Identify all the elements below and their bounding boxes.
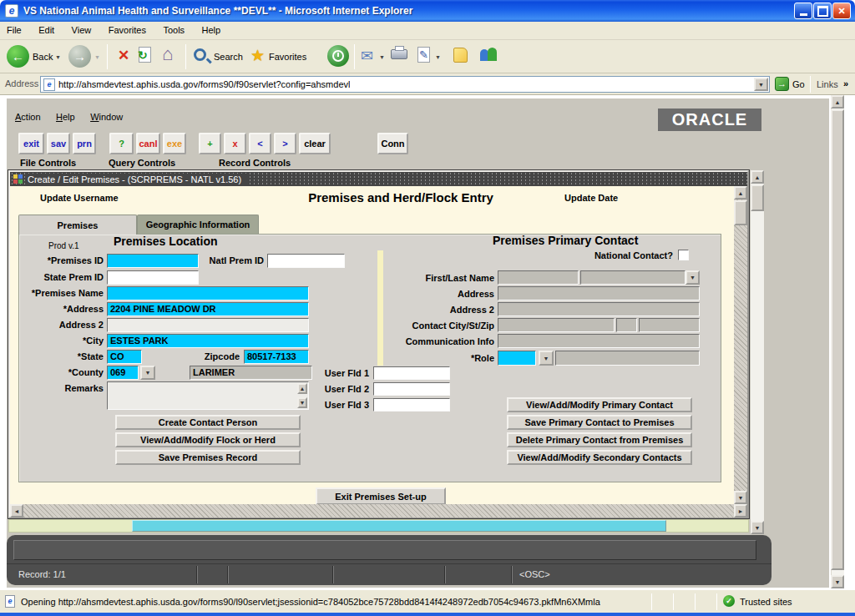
page-vscroll-thumb[interactable] — [831, 109, 844, 570]
contact-zip-field[interactable] — [639, 318, 700, 332]
edit-dropdown-icon[interactable]: ▼ — [435, 54, 441, 60]
record-previous-button[interactable]: < — [249, 133, 271, 154]
zipcode-field[interactable]: 80517-7133 — [244, 350, 309, 364]
user-fld-1-field[interactable] — [373, 366, 450, 380]
exit-premises-setup-button[interactable]: Exit Premises Set-up — [316, 487, 446, 505]
minimize-button[interactable] — [794, 3, 812, 19]
menu-view[interactable]: View — [65, 23, 99, 38]
tab-geographic-information[interactable]: Geographic Information — [137, 215, 259, 234]
menu-file[interactable]: File — [0, 23, 28, 38]
premises-name-field[interactable] — [107, 286, 309, 300]
premises-id-field[interactable] — [107, 254, 199, 268]
state-prem-id-field[interactable] — [107, 270, 199, 285]
form-vscroll-thumb[interactable] — [734, 200, 747, 225]
links-chevron-icon[interactable]: » — [843, 78, 848, 88]
page-scroll-up-button[interactable]: ▲ — [831, 95, 844, 109]
search-button[interactable] — [194, 48, 215, 64]
page-scroll-down-button[interactable]: ▼ — [831, 575, 844, 588]
refresh-button[interactable]: ↻ — [139, 47, 151, 63]
national-contact-checkbox[interactable] — [678, 250, 689, 260]
form-scroll-right-button[interactable]: ► — [734, 504, 747, 518]
conn-button[interactable]: Conn — [377, 133, 408, 154]
go-label[interactable]: Go — [792, 79, 805, 89]
applet-menu-help[interactable]: Help — [56, 112, 75, 122]
view-add-modify-primary-contact-button[interactable]: View/Add/Modify Primary Contact — [507, 397, 692, 412]
restore-button[interactable] — [813, 3, 832, 19]
role-dropdown-button[interactable]: ▼ — [539, 351, 554, 366]
contact-address-field[interactable] — [498, 286, 700, 300]
county-field[interactable]: 069 — [107, 366, 139, 380]
home-button[interactable]: ⌂ — [162, 43, 173, 65]
stop-button[interactable]: ✕ — [114, 47, 133, 65]
county-dropdown-button[interactable]: ▼ — [140, 366, 155, 380]
applet-scroll-down-button[interactable]: ▼ — [751, 521, 764, 534]
applet-vertical-scrollbar[interactable] — [751, 170, 764, 534]
applet-vscroll-thumb[interactable] — [751, 184, 764, 211]
address-field[interactable]: 2204 PINE MEADOW DR — [107, 302, 309, 316]
user-fld-2-field[interactable] — [373, 382, 450, 396]
edit-button[interactable]: ✎ — [417, 47, 430, 63]
remarks-field[interactable] — [107, 381, 309, 410]
print-form-button[interactable]: prn — [73, 133, 96, 154]
record-delete-button[interactable]: x — [224, 133, 246, 154]
forward-button[interactable]: → — [68, 45, 91, 68]
exit-button[interactable]: exit — [18, 133, 44, 154]
save-premises-record-button[interactable]: Save Premises Record — [115, 450, 301, 465]
messenger-button[interactable] — [480, 47, 500, 63]
links-label[interactable]: Links — [817, 79, 838, 89]
remarks-scroll-up-button[interactable]: ▲ — [297, 383, 307, 394]
role-field[interactable] — [498, 351, 536, 366]
favorites-button[interactable]: ★ — [250, 46, 265, 65]
record-clear-button[interactable]: clear — [299, 133, 331, 154]
record-insert-button[interactable]: + — [199, 133, 221, 154]
applet-scroll-up-button[interactable]: ▲ — [751, 170, 764, 184]
form-scroll-down-button[interactable]: ▼ — [734, 491, 747, 504]
applet-hscroll-thumb[interactable] — [132, 520, 666, 532]
address-input[interactable]: e http://ahsmdevtest.aphis.usda.gov/form… — [40, 76, 770, 93]
menu-help[interactable]: Help — [195, 23, 228, 38]
natl-prem-id-field[interactable] — [267, 254, 345, 268]
remarks-scroll-down-button[interactable]: ▼ — [297, 397, 307, 408]
query-execute-button[interactable]: exe — [163, 133, 186, 154]
form-vertical-scrollbar[interactable] — [734, 186, 747, 504]
name-dropdown-button[interactable]: ▼ — [686, 270, 700, 285]
print-button[interactable] — [391, 49, 407, 59]
go-button[interactable]: → — [775, 77, 789, 91]
address2-field[interactable] — [107, 318, 309, 332]
save-button[interactable]: sav — [47, 133, 70, 154]
applet-menu-window[interactable]: Window — [90, 112, 123, 122]
back-button[interactable]: ← — [7, 45, 29, 68]
view-add-modify-secondary-contacts-button[interactable]: View/Add/Modify Secondary Contacts — [507, 450, 692, 465]
view-add-modify-flock-button[interactable]: View/Add/Modify Flock or Herd — [115, 432, 301, 447]
create-contact-person-button[interactable]: Create Contact Person — [115, 415, 301, 430]
last-name-field[interactable] — [580, 270, 686, 285]
contact-address2-field[interactable] — [498, 302, 700, 316]
record-next-button[interactable]: > — [274, 133, 296, 154]
user-fld-3-field[interactable] — [373, 398, 450, 412]
delete-primary-contact-button[interactable]: Delete Primary Contact from Premises — [507, 432, 692, 447]
state-field[interactable]: CO — [107, 350, 142, 364]
mail-dropdown-icon[interactable]: ▼ — [379, 54, 385, 60]
city-field[interactable]: ESTES PARK — [107, 334, 309, 348]
applet-menu-action[interactable]: Action — [15, 112, 41, 122]
history-button[interactable] — [327, 45, 349, 67]
premises-window-titlebar[interactable]: Create / Edit Premises - (SCRPREMS - NAT… — [10, 172, 747, 186]
menu-edit[interactable]: Edit — [32, 23, 61, 38]
form-horizontal-scrollbar[interactable] — [10, 504, 747, 518]
address-dropdown-button[interactable]: ▼ — [754, 78, 768, 91]
menu-tools[interactable]: Tools — [156, 23, 191, 38]
query-cancel-button[interactable]: canl — [136, 133, 160, 154]
save-primary-contact-button[interactable]: Save Primary Contact to Premises — [507, 415, 692, 430]
first-name-field[interactable] — [498, 270, 579, 285]
contact-city-field[interactable] — [498, 318, 615, 332]
contact-state-field[interactable] — [616, 318, 637, 332]
mail-button[interactable]: ✉ — [361, 47, 373, 65]
close-button[interactable]: ✕ — [832, 3, 851, 19]
form-scroll-left-button[interactable]: ◄ — [10, 504, 23, 518]
communication-info-field[interactable] — [498, 334, 700, 348]
applet-horizontal-scrollbar[interactable] — [8, 519, 749, 533]
menu-favorites[interactable]: Favorites — [102, 23, 153, 38]
query-enter-button[interactable]: ? — [109, 133, 134, 154]
form-scroll-up-button[interactable]: ▲ — [734, 186, 747, 199]
discuss-note-button[interactable] — [453, 48, 468, 63]
